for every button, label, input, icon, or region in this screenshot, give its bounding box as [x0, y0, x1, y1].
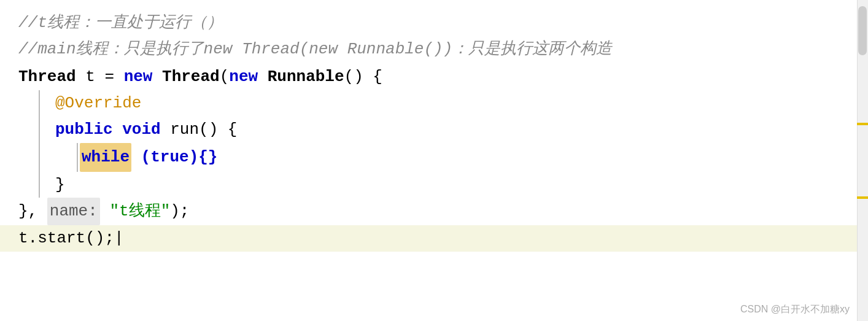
- keyword-thread: Thread: [18, 64, 76, 90]
- watermark: CSDN @白开水不加糖xy: [740, 303, 850, 316]
- scrollbar-thumb[interactable]: [858, 6, 867, 55]
- scrollbar-marker-1: [857, 123, 868, 125]
- close-brace-run: }: [55, 172, 65, 198]
- comment-line-2: //main线程：只是执行了new Thread(new Runnable())…: [0, 37, 868, 64]
- keyword-new-2: new: [229, 64, 258, 90]
- closing-paren: );: [170, 198, 189, 225]
- scrollbar[interactable]: [857, 0, 868, 321]
- cursor-char: |: [114, 225, 124, 252]
- keyword-while-highlighted: while: [80, 143, 131, 172]
- code-block: Thread t = new Thread ( new Runnable () …: [0, 64, 868, 225]
- code-line-close-run: }: [18, 172, 868, 198]
- code-line-run: public void run() {: [18, 117, 868, 143]
- code-text-2: [152, 64, 162, 90]
- space-before-string: [100, 198, 110, 225]
- keyword-runnable: Runnable: [268, 64, 344, 90]
- code-line-start: t.start(); |: [0, 225, 868, 252]
- code-text-3: (: [220, 64, 230, 90]
- comment-line-1: //t线程：一直处于运行（）: [0, 11, 868, 37]
- tstart-code: t.start();: [18, 225, 114, 252]
- code-line-while: while (true){}: [18, 143, 868, 172]
- annotation-override: @Override: [55, 90, 141, 117]
- keyword-public: public: [55, 117, 113, 143]
- close-brace-thread: },: [18, 198, 47, 225]
- code-true: (true){}: [131, 144, 217, 171]
- code-text-4: [258, 64, 268, 90]
- keyword-void: void: [122, 117, 160, 143]
- code-text-5: () {: [344, 64, 382, 90]
- code-text-1: t =: [76, 64, 124, 90]
- code-line-close-thread: }, name: "t线程" );: [18, 198, 868, 225]
- keyword-thread2: Thread: [162, 64, 220, 90]
- name-param-label: name:: [47, 198, 100, 225]
- code-space-1: [113, 117, 123, 143]
- code-container: //t线程：一直处于运行（） //main线程：只是执行了new Thread(…: [0, 0, 868, 321]
- code-line-1: Thread t = new Thread ( new Runnable () …: [18, 64, 868, 90]
- code-text-run: run() {: [161, 117, 238, 143]
- scrollbar-marker-2: [857, 196, 868, 199]
- string-thread-name: "t线程": [109, 198, 170, 225]
- keyword-new-1: new: [124, 64, 153, 90]
- code-line-annotation: @Override: [18, 90, 868, 117]
